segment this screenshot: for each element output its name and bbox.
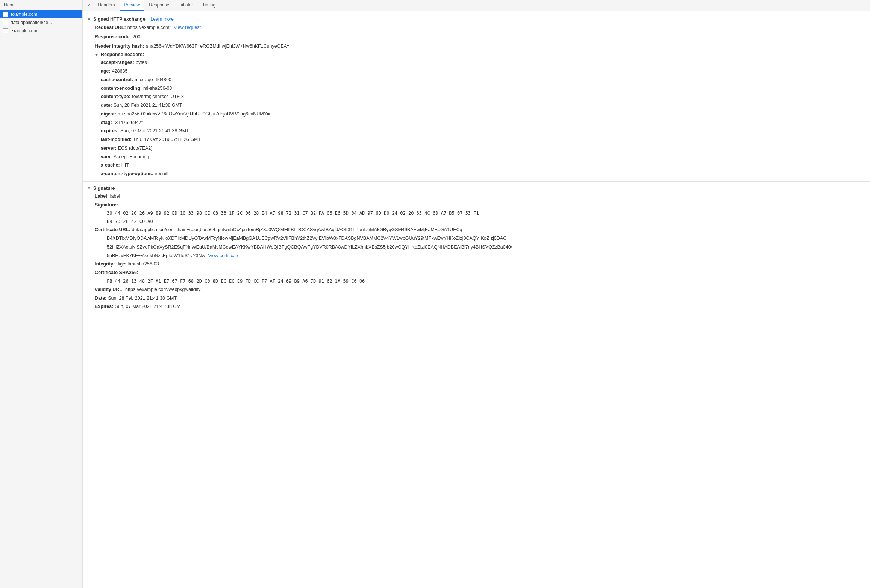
- digest-label: digest:: [101, 111, 116, 118]
- certificate-url-line3: 52IHZXAxtuNiSZvoPkOaXySR2ESqFNnWEuU/BaMs…: [83, 243, 870, 252]
- date-label: Date:: [95, 295, 106, 302]
- request-url-row: Request URL: https://example.com/ View r…: [83, 23, 870, 32]
- signature-section: ▼ Signature Label: label Signature: 30 4…: [83, 183, 870, 312]
- signature-bytes-line2-value: B9 73 2E 42 C0 A0: [107, 218, 153, 225]
- response-header-content-encoding: content-encoding: mi-sha256-03: [83, 84, 870, 93]
- integrity-value: digest/mi-sha256-03: [116, 261, 159, 268]
- tab-preview[interactable]: Preview: [120, 0, 145, 11]
- content-encoding-value: mi-sha256-03: [143, 85, 172, 92]
- sidebar: Name example.com data:application/ce... …: [0, 0, 83, 588]
- response-header-cache-control: cache-control: max-age=604800: [83, 76, 870, 84]
- certificate-url-value: data:application/cert-chain+cbor;base64,…: [132, 226, 462, 233]
- header-integrity-hash-value: sha256-/IWdYDKW663F+eRGZMdhwjEhIJW+Hw6hK…: [146, 43, 289, 50]
- file-icon: [3, 20, 8, 25]
- etag-value: "3147526947": [114, 119, 143, 126]
- response-header-expires: expires: Sun, 07 Mar 2021 21:41:38 GMT: [83, 127, 870, 135]
- sidebar-item-example-com-1[interactable]: example.com: [0, 10, 82, 18]
- signature-bytes-line1-value: 30 44 02 20 26 A9 89 92 ED 10 33 98 CE C…: [107, 210, 479, 217]
- vary-label: vary:: [101, 153, 112, 161]
- file-icon: [3, 28, 8, 33]
- response-headers-header[interactable]: ▼ Response headers:: [83, 51, 870, 58]
- response-code-label: Response code:: [95, 33, 131, 41]
- response-header-accept-ranges: accept-ranges: bytes: [83, 58, 870, 67]
- signed-http-exchange-header[interactable]: ▼ Signed HTTP exchange Learn more: [83, 15, 870, 23]
- triangle-icon: ▼: [95, 53, 99, 57]
- cache-control-value: max-age=604800: [135, 76, 171, 83]
- validity-url-row: Validity URL: https://example.com/webpkg…: [83, 285, 870, 294]
- signature-bytes-header: Signature:: [83, 201, 870, 209]
- tab-initiator[interactable]: Initiator: [174, 0, 197, 11]
- response-header-date: date: Sun, 28 Feb 2021 21:41:38 GMT: [83, 101, 870, 110]
- etag-label: etag:: [101, 119, 112, 126]
- certificate-sha256-value: FB 44 26 13 48 2F A1 E7 67 F7 68 2D C0 8…: [107, 278, 365, 285]
- certificate-url-row: Certificate URL: data:application/cert-c…: [83, 226, 870, 234]
- file-icon: [3, 12, 8, 17]
- divider: [83, 181, 870, 182]
- validity-url-label: Validity URL:: [95, 286, 124, 293]
- age-value: 428635: [112, 68, 128, 75]
- expires-label: Expires:: [95, 303, 113, 310]
- signed-http-exchange-section: ▼ Signed HTTP exchange Learn more Reques…: [83, 14, 870, 180]
- tab-close-button[interactable]: ×: [84, 1, 93, 10]
- x-cache-label: x-cache:: [101, 162, 120, 169]
- certificate-sha256-value-row: FB 44 26 13 48 2F A1 E7 67 F7 68 2D C0 8…: [83, 277, 870, 285]
- expires-value: Sun, 07 Mar 2021 21:41:38 GMT: [115, 303, 183, 310]
- server-label: server:: [101, 145, 117, 152]
- tabs-bar: × Headers Preview Response Initiator Tim…: [83, 0, 870, 11]
- certificate-url-line2: B4XDTIxMDIyODAwMTcyNloXDTIxMDUyOTAwMTcyN…: [83, 234, 870, 243]
- view-certificate-link[interactable]: View certificate: [208, 252, 240, 259]
- x-content-type-options-value: nosniff: [155, 170, 169, 177]
- header-integrity-hash-label: Header integrity hash:: [95, 43, 144, 50]
- expires-row: Expires: Sun, 07 Mar 2021 21:41:38 GMT: [83, 302, 870, 311]
- sidebar-header: Name: [0, 0, 82, 10]
- triangle-icon: ▼: [87, 17, 91, 21]
- certificate-url-line4: 5nBHzvFK7KF+VzxtkbNzcEpkdW1teS1vY3Nw Vie…: [83, 252, 870, 260]
- response-header-x-content-type-options: x-content-type-options: nosniff: [83, 170, 870, 178]
- date-value: Sun, 28 Feb 2021 21:41:38 GMT: [114, 102, 182, 109]
- signature-bytes-label: Signature:: [95, 202, 118, 209]
- response-header-vary: vary: Accept-Encoding: [83, 153, 870, 161]
- certificate-sha256-label: Certificate SHA256:: [95, 269, 138, 276]
- content-encoding-label: content-encoding:: [101, 85, 142, 92]
- integrity-row: Integrity: digest/mi-sha256-03: [83, 260, 870, 268]
- view-request-link[interactable]: View request: [174, 24, 201, 31]
- response-code-value: 200: [133, 33, 141, 41]
- date-row: Date: Sun, 28 Feb 2021 21:41:38 GMT: [83, 294, 870, 303]
- header-integrity-hash-row: Header integrity hash: sha256-/IWdYDKW66…: [83, 42, 870, 51]
- sidebar-item-label: data:application/ce...: [11, 20, 52, 25]
- last-modified-label: last-modified:: [101, 136, 132, 143]
- response-header-content-type: content-type: text/html; charset=UTF-8: [83, 92, 870, 101]
- accept-ranges-label: accept-ranges:: [101, 59, 134, 66]
- response-code-row: Response code: 200: [83, 32, 870, 42]
- vary-value: Accept-Encoding: [114, 153, 149, 161]
- date-value: Sun, 28 Feb 2021 21:41:38 GMT: [108, 295, 177, 302]
- tab-headers[interactable]: Headers: [93, 0, 119, 11]
- signature-header[interactable]: ▼ Signature: [83, 185, 870, 192]
- expires-label: expires:: [101, 127, 119, 135]
- tab-timing[interactable]: Timing: [198, 0, 220, 11]
- request-url-value: https://example.com/: [127, 24, 171, 31]
- signature-label-row: Label: label: [83, 192, 870, 201]
- response-header-age: age: 428635: [83, 67, 870, 76]
- date-label: date:: [101, 102, 112, 109]
- content-area: ▼ Signed HTTP exchange Learn more Reques…: [83, 11, 870, 588]
- integrity-label: Integrity:: [95, 261, 115, 268]
- certificate-url-line4-value: 5nBHzvFK7KF+VzxtkbNzcEpkdW1teS1vY3Nw: [107, 252, 205, 259]
- expires-value: Sun, 07 Mar 2021 21:41:38 GMT: [120, 127, 189, 135]
- cache-control-label: cache-control:: [101, 76, 133, 83]
- sig-label-label: Label:: [95, 193, 109, 200]
- sidebar-item-example-com-2[interactable]: example.com: [0, 27, 82, 35]
- sidebar-item-data-application[interactable]: data:application/ce...: [0, 18, 82, 27]
- certificate-url-line3-value: 52IHZXAxtuNiSZvoPkOaXySR2ESqFNnWEuU/BaMs…: [107, 244, 512, 251]
- content-type-label: content-type:: [101, 93, 130, 100]
- last-modified-value: Thu, 17 Oct 2019 07:18:26 GMT: [133, 136, 201, 143]
- learn-more-link[interactable]: Learn more: [151, 17, 174, 22]
- response-header-x-cache: x-cache: HIT: [83, 161, 870, 170]
- response-header-etag: etag: "3147526947": [83, 118, 870, 127]
- response-headers-label: Response headers:: [101, 52, 144, 57]
- tab-response[interactable]: Response: [144, 0, 174, 11]
- content-type-value: text/html; charset=UTF-8: [132, 93, 184, 100]
- digest-value: mi-sha256-03=kcwVP6aOwYmA/j9JbUU0GbuiZdn…: [118, 111, 270, 118]
- certificate-url-line2-value: B4XDTIxMDIyODAwMTcyNloXDTIxMDUyOTAwMTcyN…: [107, 235, 506, 242]
- response-header-digest: digest: mi-sha256-03=kcwVP6aOwYmA/j9JbUU…: [83, 110, 870, 118]
